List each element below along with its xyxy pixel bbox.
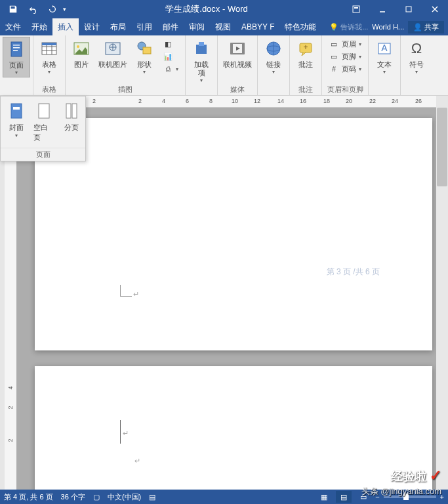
title-bar: ▾ 学生成绩.docx - Word [0, 0, 448, 18]
addins-button[interactable]: 加载 项 ▾ [188, 37, 214, 85]
addin-icon [191, 38, 212, 59]
page-number-field: 第 3 页 /共 6 页 [327, 266, 380, 278]
footer-button[interactable]: ▭页脚▾ [326, 51, 364, 62]
page-count-status[interactable]: 第 4 页, 共 6 页 [4, 492, 53, 502]
smartart-icon: ◧ [163, 39, 173, 49]
chevron-down-icon: ▾ [272, 69, 275, 75]
group-media: 联机视频 媒体 [218, 35, 258, 95]
minimize-button[interactable] [369, 0, 396, 18]
document-page[interactable]: ↵ ↵ [35, 366, 432, 490]
maximize-button[interactable] [396, 0, 422, 18]
tab-special[interactable]: 特色功能 [279, 18, 321, 35]
tab-file[interactable]: 文件 [0, 18, 26, 35]
paragraph-mark [120, 285, 132, 297]
watermark-logo: 经验啦 ✓ [391, 467, 441, 484]
qat-dropdown-icon[interactable]: ▾ [63, 6, 66, 12]
svg-rect-34 [39, 104, 49, 118]
watermark-sub: 头条 @jingyanla.com [361, 486, 441, 497]
close-button[interactable] [422, 0, 448, 18]
ribbon-tabs: 文件 开始 插入 设计 布局 引用 邮件 审阅 视图 ABBYY F 特色功能 … [0, 18, 448, 35]
comment-icon: + [295, 38, 316, 59]
chevron-down-icon: ▾ [15, 70, 18, 75]
symbol-button[interactable]: Ω 符号 ▾ [403, 37, 430, 76]
ribbon: 页面 ▾ 页面 表格 ▾ 表格 图片 联机图片 [0, 35, 448, 96]
paragraph-mark-icon: ↵ [123, 429, 129, 438]
check-icon: ✓ [430, 467, 441, 484]
chevron-down-icon: ▾ [48, 69, 51, 75]
pagenum-button[interactable]: #页码▾ [326, 63, 364, 75]
links-button[interactable]: 链接 ▾ [260, 37, 287, 76]
scrollbar-thumb[interactable] [437, 108, 447, 186]
svg-text:A: A [381, 43, 388, 53]
svg-rect-0 [353, 6, 359, 12]
chevron-down-icon: ▾ [415, 69, 418, 75]
share-button[interactable]: 👤 共享 [408, 21, 444, 33]
svg-rect-33 [13, 107, 20, 110]
ribbon-options-button[interactable] [343, 0, 369, 18]
chevron-down-icon: ▾ [143, 69, 146, 75]
svg-rect-6 [13, 47, 20, 49]
person-icon: 👤 [413, 23, 422, 32]
table-button[interactable]: 表格 ▾ [36, 37, 62, 76]
vertical-scrollbar[interactable] [436, 108, 448, 490]
symbol-icon: Ω [406, 38, 427, 59]
window-title: 学生成绩.docx - Word [70, 3, 343, 15]
chevron-down-icon: ▾ [383, 69, 386, 75]
svg-rect-21 [199, 42, 204, 46]
page-icon [6, 39, 27, 60]
quick-access-toolbar: ▾ [0, 1, 70, 17]
document-page[interactable]: 第 3 页 /共 6 页 ↵ [35, 118, 432, 350]
blank-page-button[interactable]: 空白页 [31, 99, 57, 145]
tab-home[interactable]: 开始 [26, 18, 52, 35]
group-symbols: Ω 符号 ▾ [401, 35, 432, 95]
spellcheck-icon[interactable]: ▢ [93, 493, 100, 501]
svg-point-15 [77, 45, 79, 48]
vertical-ruler[interactable]: 4 2 2 [5, 108, 16, 490]
language-status[interactable]: 中文(中国) [108, 492, 141, 502]
header-button[interactable]: ▭页眉▾ [326, 38, 364, 50]
tab-review[interactable]: 审阅 [184, 18, 210, 35]
chart-button[interactable]: 📊 [160, 51, 181, 62]
redo-button[interactable] [43, 1, 62, 17]
page-break-button[interactable]: 分页 [58, 99, 85, 145]
comment-button[interactable]: + 批注 [293, 37, 319, 70]
tab-mailings[interactable]: 邮件 [157, 18, 184, 35]
svg-rect-35 [66, 104, 71, 118]
smartart-button[interactable]: ◧ [160, 38, 181, 50]
link-icon [263, 38, 284, 59]
tab-layout[interactable]: 布局 [105, 18, 131, 35]
chart-icon: 📊 [163, 51, 173, 62]
tab-references[interactable]: 引用 [131, 18, 157, 35]
group-illustrations: 图片 联机图片 形状 ▾ ◧ 📊 ⎙▾ 插图 [66, 35, 186, 95]
document-area[interactable]: 第 3 页 /共 6 页 ↵ ↵ ↵ [16, 108, 436, 490]
svg-rect-36 [72, 104, 77, 118]
svg-rect-1 [354, 7, 358, 9]
tab-design[interactable]: 设计 [79, 18, 105, 35]
word-count-status[interactable]: 36 个字 [61, 492, 85, 502]
tab-view[interactable]: 视图 [210, 18, 236, 35]
print-layout-button[interactable]: ▤ [336, 491, 352, 503]
save-button[interactable] [4, 1, 22, 17]
group-header-footer: ▭页眉▾ ▭页脚▾ #页码▾ 页眉和页脚 [322, 35, 369, 95]
cover-page-button[interactable]: 封面 ▾ [3, 99, 30, 145]
tell-me-search[interactable]: 💡 告诉我... [329, 22, 368, 32]
screenshot-button[interactable]: ⎙▾ [160, 63, 181, 75]
tab-abbyy[interactable]: ABBYY F [236, 18, 279, 35]
tab-insert[interactable]: 插入 [52, 18, 79, 35]
window-controls [343, 0, 448, 18]
macro-icon[interactable]: ▤ [149, 493, 155, 501]
read-mode-button[interactable]: ▦ [316, 491, 332, 503]
online-video-button[interactable]: 联机视频 [220, 37, 255, 70]
account-label[interactable]: World H... [372, 23, 404, 31]
cover-page-icon [6, 100, 27, 121]
shapes-button[interactable]: 形状 ▾ [131, 37, 157, 76]
chevron-down-icon: ▾ [15, 133, 18, 138]
online-picture-button[interactable]: 联机图片 [96, 37, 130, 70]
group-pages: 页面 ▾ 页面 [0, 35, 33, 95]
picture-button[interactable]: 图片 [68, 37, 94, 70]
table-icon [39, 38, 60, 59]
textbox-button[interactable]: A 文本 ▾ [371, 37, 397, 76]
online-picture-icon [102, 38, 123, 59]
pages-button[interactable]: 页面 ▾ [3, 37, 30, 77]
undo-button[interactable] [24, 1, 42, 17]
